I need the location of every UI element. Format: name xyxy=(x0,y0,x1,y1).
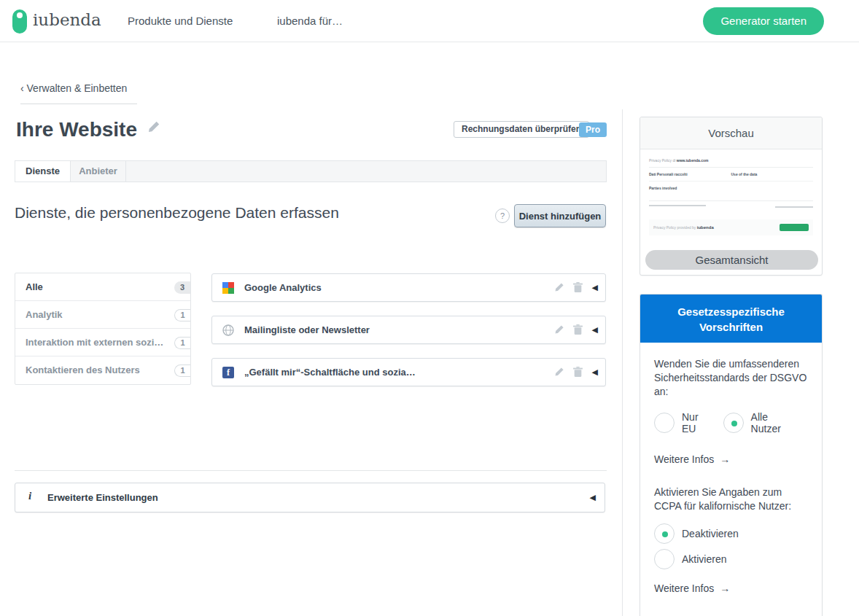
category-count-badge: 3 xyxy=(174,281,190,294)
policy-columns: Dati Personali raccolti Use of the data xyxy=(649,168,813,182)
service-actions: ◀ xyxy=(554,274,598,301)
radio-label: Aktivieren xyxy=(682,553,726,565)
delete-trash-icon[interactable] xyxy=(573,367,583,378)
law-card-title: Gesetzesspezifische Vorschriften xyxy=(640,295,822,343)
help-icon[interactable]: ? xyxy=(495,208,510,223)
collapse-arrow-icon[interactable]: ◀ xyxy=(592,283,598,292)
section-heading: Dienste, die personenbezogene Daten erfa… xyxy=(15,203,350,222)
tab-dienste[interactable]: Dienste xyxy=(15,161,71,182)
service-card-mailingliste: Mailingliste oder Newsletter ◀ xyxy=(211,316,606,344)
google-icon xyxy=(222,282,234,294)
policy-footer-strip: Privacy Policy provided by iubenda xyxy=(649,219,813,235)
radio-label: Nur EU xyxy=(682,411,713,434)
delete-trash-icon[interactable] xyxy=(573,324,583,336)
generator-start-button[interactable]: Generator starten xyxy=(703,7,824,35)
full-view-button[interactable]: Gesamtansicht xyxy=(645,250,818,270)
more-info-label: Weitere Infos xyxy=(654,582,714,594)
service-card-google-analytics: Google Analytics ◀ xyxy=(211,273,606,302)
category-item-analytik[interactable]: Analytik 1 xyxy=(15,301,190,329)
category-label: Kontaktieren des Nutzers xyxy=(26,364,140,375)
info-icon: i xyxy=(28,490,31,502)
pro-plan-badge: Pro xyxy=(579,122,607,137)
law-title-line2: Vorschriften xyxy=(640,319,822,335)
advanced-settings-label: Erweiterte Einstellungen xyxy=(47,483,158,512)
edit-pencil-icon[interactable] xyxy=(554,282,564,294)
category-filter-list: Alle 3 Analytik 1 Interaktion mit extern… xyxy=(15,273,191,385)
preview-card-title: Vorschau xyxy=(640,117,822,149)
radio-label: Deaktivieren xyxy=(682,528,739,539)
edit-title-pencil-icon[interactable] xyxy=(147,120,160,133)
gdpr-question: Wenden Sie die umfassenderen Sicherheits… xyxy=(654,357,808,399)
category-count-badge: 1 xyxy=(174,337,190,349)
gdpr-more-info-link[interactable]: Weitere Infos → xyxy=(654,453,808,465)
iubenda-logo[interactable]: iubenda xyxy=(12,9,122,35)
category-label: Interaktion mit externen sozi… xyxy=(26,337,163,348)
category-count-badge: 1 xyxy=(174,364,190,377)
service-name: „Gefällt mir“-Schaltfläche und sozia… xyxy=(244,359,416,386)
ccpa-more-info-link[interactable]: Weitere Infos → xyxy=(654,582,808,594)
service-card-like-button: f „Gefällt mir“-Schaltfläche und sozia… … xyxy=(211,358,606,386)
service-name: Google Analytics xyxy=(244,274,322,301)
radio-nur-eu[interactable]: Nur EU xyxy=(654,411,723,434)
category-label: Analytik xyxy=(26,309,63,320)
edit-pencil-icon[interactable] xyxy=(554,367,564,378)
tab-bar: Dienste Anbieter xyxy=(15,160,607,182)
law-card-body: Wenden Sie die umfassenderen Sicherheits… xyxy=(640,343,822,594)
category-item-interaktion[interactable]: Interaktion mit externen sozi… 1 xyxy=(15,329,190,356)
ccpa-question: Aktivieren Sie Angaben zum CCPA für kali… xyxy=(654,486,808,513)
breadcrumb-back-link[interactable]: ‹ Verwalten & Einbetten xyxy=(20,82,137,104)
collapse-arrow-icon[interactable]: ◀ xyxy=(592,325,598,335)
tab-anbieter[interactable]: Anbieter xyxy=(71,161,126,182)
brand-name: iubenda xyxy=(33,10,101,29)
radio-aktivieren[interactable]: Aktivieren xyxy=(654,549,808,569)
billing-data-button[interactable]: Rechnungsdaten überprüfen xyxy=(454,121,589,138)
nav-item-iubenda-for[interactable]: iubenda für… xyxy=(277,0,343,42)
policy-col-1: Dati Personali raccolti xyxy=(649,172,731,176)
radio-deaktivieren[interactable]: Deaktivieren xyxy=(654,523,808,544)
top-navigation-bar: iubenda Produkte und Dienste iubenda für… xyxy=(0,0,859,42)
category-item-kontaktieren[interactable]: Kontaktieren des Nutzers 1 xyxy=(15,356,190,384)
category-item-alle[interactable]: Alle 3 xyxy=(15,273,190,301)
radio-circle-checked[interactable] xyxy=(723,413,744,433)
nav-item-products[interactable]: Produkte und Dienste xyxy=(128,0,233,42)
page-title: Ihre Website xyxy=(16,118,137,141)
collapse-arrow-icon[interactable]: ◀ xyxy=(592,367,598,377)
policy-preview-document: Privacy Policy di www.iubenda.com Dati P… xyxy=(649,158,813,235)
preview-card: Vorschau Privacy Policy di www.iubenda.c… xyxy=(640,117,823,276)
delete-trash-icon[interactable] xyxy=(573,282,583,294)
content-divider xyxy=(15,470,607,471)
policy-fineprint xyxy=(649,205,813,208)
policy-footer-green-button xyxy=(780,224,809,231)
collapse-arrow-icon[interactable]: ◀ xyxy=(590,483,596,512)
category-count-badge: 1 xyxy=(174,309,190,321)
facebook-icon: f xyxy=(222,367,234,378)
category-label: Alle xyxy=(26,281,43,292)
more-info-label: Weitere Infos xyxy=(654,453,714,465)
sidebar-divider xyxy=(622,109,623,616)
iubenda-logo-icon xyxy=(12,9,27,34)
service-actions: ◀ xyxy=(554,316,598,343)
page: iubenda Produkte und Dienste iubenda für… xyxy=(0,0,859,616)
advanced-settings-bar[interactable]: i Erweiterte Einstellungen ◀ xyxy=(15,483,605,512)
arrow-right-icon: → xyxy=(720,582,730,594)
radio-alle-nutzer[interactable]: Alle Nutzer xyxy=(723,411,808,434)
service-actions: ◀ xyxy=(554,359,598,386)
gdpr-radio-group: Nur EU Alle Nutzer xyxy=(654,411,808,434)
radio-circle-checked[interactable] xyxy=(654,523,675,544)
globe-icon xyxy=(222,324,234,336)
policy-col-2: Use of the data xyxy=(731,172,814,176)
law-title-line1: Gesetzesspezifische xyxy=(640,304,822,319)
policy-parties-line: Parties involved xyxy=(649,182,813,201)
policy-footer-credit: Privacy Policy provided by iubenda xyxy=(653,225,714,230)
law-provisions-card: Gesetzesspezifische Vorschriften Wenden … xyxy=(640,294,823,616)
service-name: Mailingliste oder Newsletter xyxy=(244,316,370,343)
radio-label: Alle Nutzer xyxy=(751,411,798,434)
edit-pencil-icon[interactable] xyxy=(554,324,564,336)
radio-circle-unchecked[interactable] xyxy=(654,549,675,569)
radio-circle-unchecked[interactable] xyxy=(654,413,675,433)
arrow-right-icon: → xyxy=(720,453,730,465)
ccpa-radio-group: Deaktivieren Aktivieren xyxy=(654,523,808,569)
policy-title-line: Privacy Policy di www.iubenda.com xyxy=(649,158,813,168)
add-service-button[interactable]: Dienst hinzufügen xyxy=(514,204,606,227)
page-title-row: Ihre Website xyxy=(16,118,160,141)
